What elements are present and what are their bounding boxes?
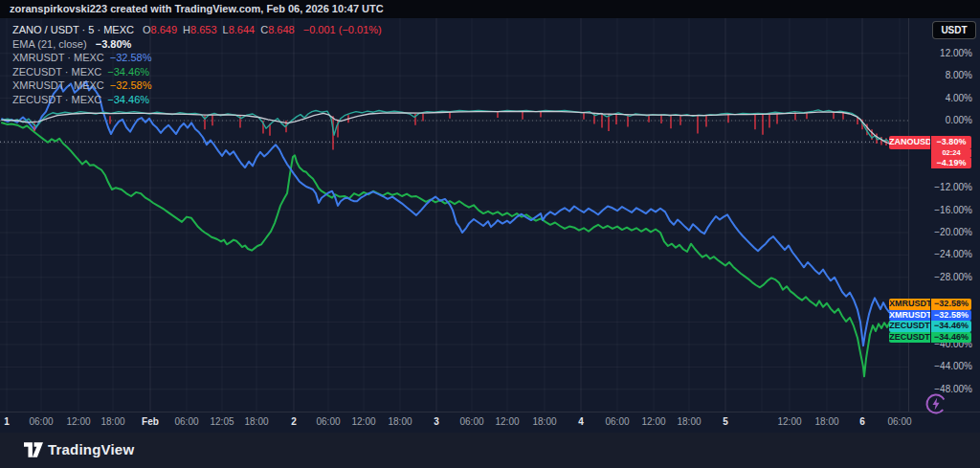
time-tick: 06:00 <box>316 416 340 427</box>
time-tick: 06:00 <box>605 416 629 427</box>
export-title: zoranspirkovski223 created with TradingV… <box>10 3 384 14</box>
price-tick: 0.00% <box>946 115 972 125</box>
tradingview-logo-icon <box>24 442 43 457</box>
chart-legend: ZANO / USDT · 5 · MEXC O8.649H8.653L8.64… <box>12 23 382 106</box>
price-tick: 12.00% <box>940 48 972 58</box>
time-axis[interactable]: 106:0012:0018:00Feb06:0012:0518:00206:00… <box>0 412 980 433</box>
compare-symbol-label: XMRUSDT · MEXC <box>12 52 104 63</box>
symbol-title: ZANO / USDT · 5 · MEXC <box>12 24 134 35</box>
compare-change-value: −34.46% <box>107 66 149 78</box>
tradingview-export-window: zoranspirkovski223 created with TradingV… <box>0 0 980 468</box>
ohlc-values: O8.649H8.653L8.644C8.648 <box>137 24 295 35</box>
change-value: −0.001 (−0.01%) <box>303 24 382 35</box>
price-label-symbol: XMRUSDT <box>889 299 930 310</box>
time-tick: 18:00 <box>814 416 838 427</box>
price-label-value: −34.46% <box>931 321 971 332</box>
legend-symbol-row[interactable]: ZANO / USDT · 5 · MEXC O8.649H8.653L8.64… <box>12 23 382 37</box>
time-tick: 06:00 <box>29 416 53 427</box>
price-tick: −12.00% <box>934 182 972 192</box>
ohlc-key: H <box>183 24 190 35</box>
compare-change-value: −34.46% <box>107 94 149 105</box>
time-tick: 4 <box>578 416 584 427</box>
price-tick: 8.00% <box>946 70 972 80</box>
price-label-symbol: ZANOUSDT <box>889 136 930 149</box>
time-tick: 5 <box>723 416 728 427</box>
time-tick: 12:05 <box>210 416 234 427</box>
price-label-value: −32.58% <box>931 299 971 310</box>
price-label-value: −3.80% <box>931 136 971 149</box>
time-tick: 12:00 <box>351 416 375 427</box>
time-tick: 06:00 <box>887 416 911 427</box>
time-tick: 06:00 <box>174 416 198 427</box>
ema-value: −3.80% <box>96 38 132 50</box>
ohlc-value: 8.653 <box>190 24 217 35</box>
time-tick: 18:00 <box>388 416 412 427</box>
time-tick: 6 <box>859 416 865 427</box>
footer-bar: TradingView <box>0 433 980 468</box>
price-tick: −24.00% <box>934 249 972 259</box>
price-tick: −20.00% <box>934 227 972 237</box>
time-tick: 12:00 <box>641 416 665 427</box>
compare-symbol-label: ZECUSDT · MEXC <box>12 94 101 105</box>
legend-compare-row[interactable]: XMRUSDT · MEXC−32.58% <box>12 51 382 65</box>
ohlc-key: C <box>260 24 268 35</box>
time-tick: 18:00 <box>677 416 701 427</box>
time-tick: 12:00 <box>66 416 90 427</box>
legend-compare-row[interactable]: XMRUSDT · MEXC−32.58% <box>12 78 382 93</box>
legend-ema-row[interactable]: EMA (21, close) −3.80% <box>12 37 382 52</box>
compare-change-value: −32.58% <box>110 52 152 63</box>
price-label-symbol: ZECUSDT <box>889 332 930 344</box>
legend-compare-rows: XMRUSDT · MEXC−32.58%ZECUSDT · MEXC−34.4… <box>12 51 382 106</box>
time-tick: Feb <box>142 416 159 427</box>
chart-region: ZANO / USDT · 5 · MEXC O8.649H8.653L8.64… <box>0 18 980 433</box>
ohlc-value: 8.648 <box>268 24 295 35</box>
price-label-symbol: XMRUSDT <box>889 310 930 322</box>
time-tick: 18:00 <box>532 416 556 427</box>
time-tick: 12:00 <box>495 416 519 427</box>
price-tick: −44.00% <box>934 361 972 371</box>
time-tick: 1 <box>4 416 10 427</box>
time-tick: 18:00 <box>244 416 268 427</box>
price-axis[interactable]: USDT 12.00%8.00%4.00%0.00%−12.00%−16.00%… <box>908 18 980 412</box>
price-label-value: −34.46% <box>931 332 971 344</box>
ohlc-value: 8.649 <box>151 24 178 35</box>
ohlc-key: O <box>143 24 151 35</box>
flash-icon[interactable] <box>924 391 948 416</box>
price-tick: −16.00% <box>934 205 972 215</box>
price-tick: 4.00% <box>946 93 972 103</box>
currency-toggle-button[interactable]: USDT <box>932 21 976 39</box>
legend-compare-row[interactable]: ZECUSDT · MEXC−34.46% <box>12 65 382 79</box>
ohlc-value: 8.644 <box>229 24 256 35</box>
time-tick: 3 <box>434 416 439 427</box>
price-label-value: −4.19% <box>931 157 971 168</box>
price-tick: −28.00% <box>934 272 972 282</box>
export-header: zoranspirkovski223 created with TradingV… <box>0 0 980 18</box>
tradingview-wordmark: TradingView <box>48 441 134 457</box>
price-label-value: −32.58% <box>931 310 971 322</box>
compare-symbol-label: ZECUSDT · MEXC <box>12 66 101 78</box>
compare-change-value: −32.58% <box>110 79 152 91</box>
time-tick: 2 <box>291 416 297 427</box>
time-tick: 18:00 <box>100 416 124 427</box>
time-tick: 12:00 <box>777 416 801 427</box>
compare-symbol-label: XMRUSDT · MEXC <box>12 79 104 91</box>
legend-compare-row[interactable]: ZECUSDT · MEXC−34.46% <box>12 93 382 107</box>
ema-label: EMA (21, close) <box>12 38 87 50</box>
price-label-countdown: 02:24 <box>931 149 971 158</box>
time-tick: 06:00 <box>459 416 483 427</box>
price-label-symbol: ZECUSDT <box>889 321 930 332</box>
